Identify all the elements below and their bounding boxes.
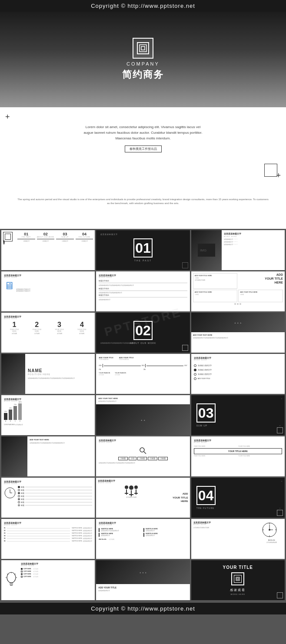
- svg-rect-27: [237, 578, 239, 580]
- slide-thumb-22: 这里是该标题文字 WORD HERE 01SUBTITLE HERE - 这里是…: [1, 519, 95, 559]
- slide-thumb-14: ADD YOUR TEXT HERE 这里是说明文字这里是说明文字 ▲ ▲: [96, 395, 190, 435]
- top-watermark-bar: Copyright © http://www.pptstore.net: [0, 0, 286, 12]
- slide-thumb-13: 这里是该标题文字 WORD HERE 25% A 50% B 75% C 100…: [1, 395, 95, 435]
- company-logo-box: [133, 38, 153, 59]
- slide-thumb-19: 这里是该标题文字 WORD HERE 标题 标题: [1, 478, 95, 518]
- company-label: COMPANY: [122, 61, 164, 66]
- content-slide-1: + Lorem dolor sit amet, consectetur adip…: [0, 107, 286, 185]
- subtitle-box: 春秋视觉工作室出品: [125, 145, 162, 152]
- slides-grid: 这里是该标题文字 01 THE PAST 小标题文字 02 ABOUT OUR …: [0, 229, 286, 601]
- svg-line-22: [7, 574, 8, 575]
- content-slide-2: The spring and autumn period and the vis…: [0, 185, 286, 229]
- corner-deco-2: [182, 345, 188, 351]
- top-watermark-text: Copyright © http://www.pptstore.net: [91, 3, 195, 9]
- main-text: Lorem dolor sit amet, consectetur adipis…: [17, 125, 269, 141]
- bottom-watermark-bar: Copyright © http://www.pptstore.net: [0, 603, 286, 614]
- svg-rect-1: [141, 46, 145, 50]
- hero-slide: COMPANY 简约商务: [0, 12, 286, 107]
- corner-deco: [182, 262, 188, 268]
- slide-thumb-27: YOUR TITLE 感谢观看 WORD HERE: [191, 560, 285, 600]
- svg-rect-0: [140, 45, 146, 52]
- slide-thumb-5: 这里是该标题文字 WORD HERE 标题文字演示 这里是标题说明文字这里是标题…: [96, 271, 190, 311]
- slide-thumb-18: 这里是该标题文字 WORD HERE YOUR TITLE HERE YOUR …: [191, 436, 285, 476]
- slide-thumb-26: ▲ ▲ ▲ ADD YOUR TITLE 这里是标题说明文字: [96, 560, 190, 600]
- svg-point-4: [140, 448, 144, 452]
- slide-thumb-12: 这里是该标题文字 WORD HERE 在此输入您的文字 在此输入您的文字 在此输…: [191, 354, 285, 394]
- corner-deco-3: [277, 427, 283, 433]
- slide-thumb-24: 这里是该标题文字 WORD HERE 文字说明文字说明文字说明 Add the …: [191, 519, 285, 559]
- slide-thumb-9: ▲ ▲ ▲ ADD YOUR TEXT HERE 这里是标题说明文字这里是标题说…: [191, 313, 285, 353]
- slide-thumb-17: 这里是该标题文字 WORD HERE 大标题 介绍 大标题 大标题 大标题 这里…: [96, 436, 190, 476]
- slide-thumb-11: ADD YOUR TITLE YOUR REASON ADD YOUR TITL…: [96, 354, 190, 394]
- slide-thumb-4: 这里是该标题文字 WORD HERE 🖥 这里是标题文字描述文字 这里是标题文字…: [1, 271, 95, 311]
- slide-thumb-23: 这里是该标题文字 WORD HERE SUBTITLE HERE 这里是说明文字…: [96, 519, 190, 559]
- slide-thumb-1: 这里是该标题文字 01 THE PAST 小标题文字 02 ABOUT OUR …: [1, 230, 95, 270]
- slide-thumb-8: 02 ABOUT OUR WORK 这里是标题说明文字这里是标题说明文字这里是标…: [96, 313, 190, 353]
- slide-thumb-25: 这里是该标题文字 WORD HERE COPY HERE 文字说明 COPY H…: [1, 560, 95, 600]
- corner-deco-5: [277, 592, 283, 598]
- slide-thumb-2: 这里是该标题文字 01 THE PAST: [96, 230, 190, 270]
- corner-deco-4: [277, 510, 283, 516]
- svg-text:IMG: IMG: [200, 248, 206, 252]
- company-chinese: 简约商务: [122, 68, 164, 81]
- slide-thumb-21: 04 THE FUTURE + +: [191, 478, 285, 518]
- svg-line-5: [144, 452, 146, 454]
- slide-thumb-3: IMG 这里是该标题文字 WORD HERE 这里是标题文字 ·········…: [191, 230, 285, 270]
- svg-point-17: [7, 572, 16, 583]
- plus-icon-tl: +: [5, 112, 10, 122]
- svg-line-23: [15, 574, 16, 575]
- corner-decoration: [264, 164, 277, 177]
- company-icon: [137, 42, 149, 54]
- bottom-watermark-text: Copyright © http://www.pptstore.net: [91, 605, 195, 612]
- svg-rect-26: [236, 577, 239, 581]
- slide-thumb-10: NAME POSITION HERE 这里是标题说明文字这里是标题说明文字这里是…: [1, 354, 95, 394]
- slide-thumb-15: 03 SUM UP + +: [191, 395, 285, 435]
- slide-thumb-6: ADD YOUR TITLE HERE 小标题 文字说明文字说明 ADD YOU…: [191, 271, 285, 311]
- desc-text: The spring and autumn period and the vis…: [17, 198, 269, 205]
- slide-thumb-7: 这里是该标题文字 WORD HERE 1 YOUR TITLEHERE 文字说明…: [1, 313, 95, 353]
- slide-thumb-20: 这里是该标题文字 WORD HERE: [96, 478, 190, 518]
- slide-thumb-16: ADD YOUR TEXT HERE 这里是标题说明文字这里是标题说明文字这里是…: [1, 436, 95, 476]
